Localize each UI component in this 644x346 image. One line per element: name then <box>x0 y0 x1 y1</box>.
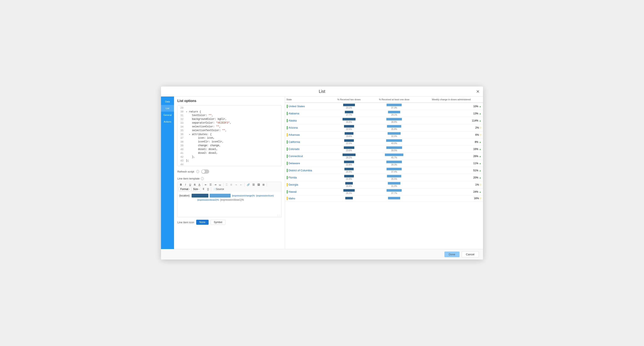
symbol-button[interactable]: Symbol <box>211 220 225 225</box>
dose1-cell: 37.3% <box>369 103 420 110</box>
modal: List ✕ Data List General Actions List op… <box>161 86 483 260</box>
change-cell: 114% ▲ <box>420 117 483 124</box>
template-info-icon[interactable]: i <box>201 177 204 180</box>
change-cell: 2% ▽ <box>420 124 483 131</box>
refresh-script-row: Refresh script i <box>177 169 282 174</box>
list-unordered-button[interactable]: ⁚⁚ <box>224 183 229 187</box>
icon-expression: {expression/icon} <box>256 194 274 197</box>
sidebar-item-list[interactable]: List <box>161 105 174 112</box>
link-button[interactable]: 🔗 <box>246 183 251 187</box>
trend-arrow: ▲ <box>479 162 481 165</box>
done-button[interactable]: Done <box>444 252 459 257</box>
clear-format-button[interactable]: T̶ <box>201 187 206 191</box>
modal-title: List <box>319 89 325 94</box>
dose2-value: 29.2% <box>346 156 352 159</box>
dose1-value: 40.0% <box>391 142 397 144</box>
dose1-bar <box>387 125 401 128</box>
code-button[interactable]: {} <box>206 187 210 191</box>
change-cell: 16% ▽ <box>420 195 483 202</box>
indent-button[interactable]: → <box>234 183 238 187</box>
format-dropdown[interactable]: Format ▾ <box>179 187 191 191</box>
align-left-button[interactable]: ⇤ <box>204 183 208 187</box>
dose2-cell: 22.6% <box>329 124 369 131</box>
dose2-value: 30.8% <box>346 121 352 123</box>
dose2-cell: 26.3% <box>329 188 369 195</box>
align-center-button[interactable]: ☰ <box>208 183 213 187</box>
bold-button[interactable]: B <box>179 183 183 187</box>
source-button[interactable]: 📄 Source <box>212 187 225 191</box>
dose1-cell: 37.4% <box>369 167 420 174</box>
table-button[interactable]: ⊞ <box>262 183 266 187</box>
state-cell: Hawaii <box>285 188 329 195</box>
resize-handle[interactable]: ⋮⋮ <box>277 214 281 217</box>
dose2-bar <box>192 194 208 198</box>
editor-content[interactable]: {location} {expression/change}% {express… <box>177 192 282 217</box>
outdent-button[interactable]: ← <box>239 183 244 187</box>
change-cell: 16% ▲ <box>420 146 483 153</box>
table-row: Hawaii 26.3% 37.7% 24% ▲ <box>285 188 483 195</box>
refresh-script-toggle[interactable] <box>201 169 209 174</box>
dose1-bar <box>386 139 402 142</box>
trend-arrow: ▲ <box>479 169 481 172</box>
dose1-cell: 35.5% <box>369 174 420 181</box>
dose1-value: 37.7% <box>391 192 397 194</box>
toolbar-sep-5 <box>211 187 211 191</box>
state-indicator <box>287 190 288 194</box>
dose1-value: 38.8% <box>391 121 397 123</box>
table-row: United States 23.1% 37.3% 10% ▲ <box>285 103 483 110</box>
align-justify-button[interactable]: ⚍ <box>218 183 222 187</box>
dose1-bar <box>386 104 402 106</box>
change-value: 114% <box>472 119 478 122</box>
change-value: 20% <box>473 176 478 179</box>
change-value: 11% <box>473 162 478 165</box>
trend-arrow: ▲ <box>479 105 481 108</box>
dose2-value: 22.8% <box>346 164 352 166</box>
trend-arrow: ▽ <box>480 197 481 200</box>
dose2-cell: 23.6% <box>329 146 369 153</box>
cancel-button[interactable]: Cancel <box>462 251 479 257</box>
table-row: District of Columbia 20.9% 37.4% 51% ▲ <box>285 167 483 174</box>
state-cell: Idaho <box>285 195 329 202</box>
none-button[interactable]: None <box>196 220 208 225</box>
change-expression: {expression/change}% <box>232 194 255 197</box>
state-indicator <box>287 169 288 172</box>
dose2-bar <box>344 125 354 128</box>
align-right-button[interactable]: ⇥ <box>213 183 218 187</box>
table-row: Georgia 16.8% 31.0% 1% ▽ <box>285 181 483 188</box>
refresh-script-info-icon[interactable]: i <box>196 170 199 173</box>
dose1-value: 32.0% <box>391 135 397 137</box>
code-editor[interactable]: 29 30▸ return { 31 textColor: "", 32 bac… <box>177 105 282 166</box>
sidebar-item-general[interactable]: General <box>161 112 174 118</box>
two-doses-header: % Received two doses <box>329 96 369 103</box>
dose1-value: 35.8% <box>391 128 397 130</box>
dose2-bar <box>344 139 354 142</box>
underline-button[interactable]: U <box>188 183 192 187</box>
table-row: Alabama 17.7% 29.1% 13% ▲ <box>285 110 483 117</box>
size-dropdown[interactable]: Size ▾ <box>192 187 201 191</box>
dose2-cell: 17.7% <box>329 110 369 117</box>
template-row-2: {expression/dose2}% {expression/dose1}% <box>179 198 280 201</box>
state-cell: California <box>285 138 329 146</box>
state-indicator <box>287 105 288 108</box>
trend-arrow: ▲ <box>479 119 481 122</box>
unlink-button[interactable]: ⛓ <box>251 183 256 187</box>
strikethrough-button[interactable]: S <box>193 183 197 187</box>
list-ordered-button[interactable]: ⁝⁝ <box>229 183 233 187</box>
one-dose-header: % Received at least one dose <box>369 96 420 103</box>
sidebar-item-actions[interactable]: Actions <box>161 118 174 125</box>
dose1-bar <box>386 189 402 192</box>
dose1-cell: 31.0% <box>369 181 420 188</box>
sidebar-item-data[interactable]: Data <box>161 98 174 105</box>
format-dropdown-arrow: ▾ <box>189 188 190 190</box>
dose1-bar <box>210 194 230 198</box>
font-color-button[interactable]: A <box>197 183 202 187</box>
close-button[interactable]: ✕ <box>476 89 480 94</box>
dose1-bar <box>388 197 400 199</box>
dose2-cell: 21.9% <box>329 174 369 181</box>
dose1-value: 29.1% <box>391 114 397 116</box>
italic-button[interactable]: I <box>184 183 188 187</box>
modal-body: Data List General Actions List options 2… <box>161 96 483 249</box>
state-indicator <box>287 140 288 144</box>
image-button[interactable]: 🖼 <box>256 183 261 187</box>
location-expression: {location} <box>179 194 190 197</box>
